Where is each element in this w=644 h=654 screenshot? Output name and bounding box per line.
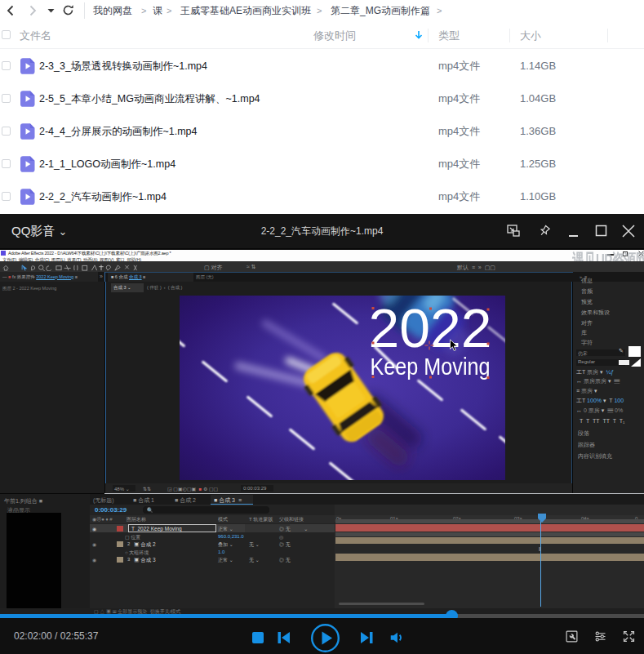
svg-text:2022: 2022 [369, 298, 492, 358]
svg-text:Keep Moving: Keep Moving [371, 354, 491, 380]
